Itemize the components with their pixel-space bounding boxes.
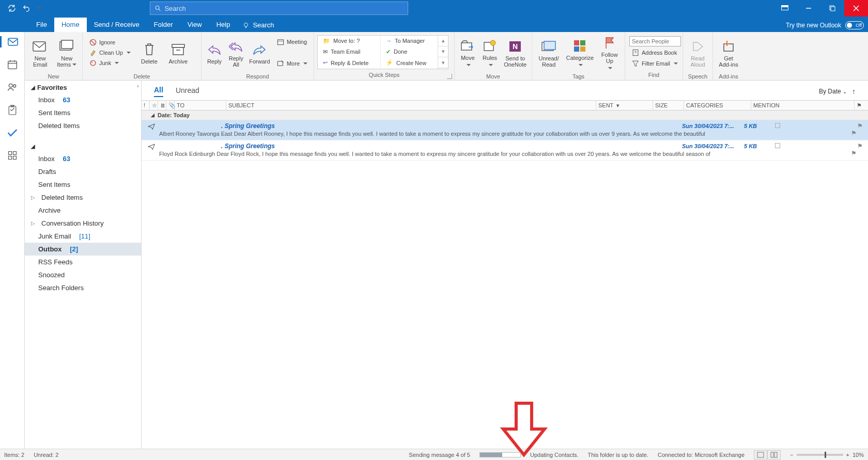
undo-icon[interactable] — [22, 4, 31, 13]
col-subject[interactable]: SUBJECT — [226, 101, 596, 110]
global-search-input[interactable] — [164, 5, 404, 12]
move-button[interactable]: Move — [458, 34, 478, 71]
view-reading-icon[interactable] — [767, 450, 781, 459]
close-button[interactable] — [844, 0, 868, 17]
col-mention[interactable]: MENTION — [751, 101, 855, 110]
message-row[interactable]: . Spring Greetings Sun 30/04/2023 7:... … — [142, 120, 868, 140]
fav-sent-items[interactable]: Sent Items — [25, 106, 141, 119]
tab-file[interactable]: File — [29, 18, 54, 32]
ribbon-display-options-icon[interactable] — [773, 0, 797, 17]
quick-steps-gallery[interactable]: 📁Move to: ? ✉Team Email ↩Reply & Delete … — [317, 35, 448, 69]
search-people-input[interactable] — [629, 36, 681, 46]
qs-done[interactable]: ✔Done — [381, 46, 438, 57]
zoom-in-icon[interactable]: + — [846, 452, 849, 458]
reply-button[interactable]: Reply — [205, 34, 224, 71]
rules-button[interactable]: Rules — [480, 34, 500, 71]
address-book-button[interactable]: Address Book — [629, 48, 681, 57]
row-flag-icon[interactable]: ⚑ — [851, 150, 857, 157]
categorize-button[interactable]: Categorize — [564, 34, 595, 71]
folder-deleted-items[interactable]: ▷Deleted Items — [25, 191, 141, 204]
respond-more-button[interactable]: More — [274, 59, 309, 68]
folder-sent-items[interactable]: Sent Items — [25, 178, 141, 191]
tab-send-receive[interactable]: Send / Receive — [87, 18, 147, 32]
minimize-button[interactable] — [797, 0, 820, 17]
col-icon[interactable]: 🗎 — [158, 101, 166, 110]
archive-button[interactable]: Archive — [165, 34, 192, 71]
send-to-onenote-button[interactable]: NSend to OneNote — [502, 34, 529, 71]
filter-all[interactable]: All — [154, 86, 163, 97]
filter-unread[interactable]: Unread — [176, 86, 199, 97]
col-importance[interactable]: ! — [142, 101, 150, 110]
col-flag[interactable]: ⚑ — [855, 101, 868, 110]
qs-scroll-down-icon[interactable]: ▾ — [438, 46, 448, 57]
folder-drafts[interactable]: Drafts — [25, 165, 141, 178]
sort-by-date[interactable]: By Date ⌄ — [819, 88, 847, 95]
message-row[interactable]: . Spring Greetings Sun 30/04/2023 7:... … — [142, 140, 868, 161]
qs-create-new[interactable]: ⚡Create New — [381, 57, 438, 68]
qat-customize-icon[interactable] — [36, 4, 41, 13]
col-sent[interactable]: SENT ▾ — [596, 101, 653, 110]
qs-move-to[interactable]: 📁Move to: ? — [318, 36, 380, 46]
junk-button[interactable]: Junk — [87, 58, 133, 68]
sort-direction-icon[interactable]: ↑ — [852, 87, 856, 96]
cleanup-button[interactable]: Clean Up — [87, 48, 133, 57]
global-search[interactable] — [150, 2, 408, 15]
unread-read-button[interactable]: Unread/ Read — [535, 34, 562, 71]
tab-home[interactable]: Home — [54, 18, 87, 32]
qs-reply-delete[interactable]: ↩Reply & Delete — [318, 57, 380, 68]
group-date-today[interactable]: ◢Date: Today — [142, 110, 868, 120]
filter-email-button[interactable]: Filter Email — [629, 59, 681, 68]
rail-mail-icon[interactable] — [0, 36, 24, 47]
rail-tasks-icon[interactable] — [7, 104, 18, 116]
folder-archive[interactable]: Archive — [25, 204, 141, 217]
folder-junk-email[interactable]: Junk Email [11] — [25, 230, 141, 243]
fav-inbox[interactable]: Inbox 63 — [25, 93, 141, 106]
qs-scroll-up-icon[interactable]: ▴ — [438, 36, 448, 46]
tab-help[interactable]: Help — [209, 18, 238, 32]
col-categories[interactable]: CATEGORIES — [684, 101, 751, 110]
rail-todo-icon[interactable] — [7, 127, 18, 138]
tab-view[interactable]: View — [180, 18, 209, 32]
qs-expand-icon[interactable]: ▾ — [438, 57, 448, 68]
meeting-button[interactable]: Meeting — [274, 37, 309, 46]
ignore-button[interactable]: Ignore — [87, 38, 133, 47]
followup-button[interactable]: Follow Up — [597, 34, 622, 71]
forward-button[interactable]: Forward — [248, 34, 271, 71]
favorites-header[interactable]: ◢Favorites — [25, 81, 141, 93]
reply-all-button[interactable]: Reply All — [226, 34, 246, 71]
get-addins-button[interactable]: Get Add-ins — [716, 34, 741, 71]
account-header[interactable]: ◢acct — [25, 139, 141, 152]
row-flag-icon[interactable]: ⚑ — [851, 130, 857, 137]
fav-deleted-items[interactable]: Deleted Items — [25, 119, 141, 132]
col-to[interactable]: TO — [175, 101, 226, 110]
qs-team-email[interactable]: ✉Team Email — [318, 46, 380, 57]
folder-conversation-history[interactable]: ▷Conversation History — [25, 217, 141, 230]
rail-calendar-icon[interactable] — [7, 59, 18, 70]
new-items-button[interactable]: New Items — [55, 34, 80, 71]
col-reminder[interactable]: ☆ — [150, 101, 158, 110]
folder-snoozed[interactable]: Snoozed — [25, 268, 141, 281]
flag-icon[interactable]: ⚑ — [842, 122, 863, 130]
delete-button[interactable]: Delete — [136, 34, 163, 71]
rail-people-icon[interactable] — [7, 82, 18, 93]
folder-outbox[interactable]: Outbox [2] — [25, 243, 141, 256]
folder-inbox[interactable]: Inbox 63 — [25, 152, 141, 165]
zoom-slider[interactable] — [797, 454, 843, 456]
qs-to-manager[interactable]: →To Manager — [381, 36, 438, 46]
try-new-outlook-toggle[interactable]: Off — [845, 21, 864, 29]
new-email-button[interactable]: New Email — [28, 34, 53, 71]
view-normal-icon[interactable] — [754, 450, 767, 459]
tab-folder[interactable]: Folder — [147, 18, 180, 32]
tab-search[interactable]: Search — [237, 18, 279, 32]
rail-more-apps-icon[interactable] — [7, 150, 18, 161]
folder-rss-feeds[interactable]: RSS Feeds — [25, 256, 141, 268]
flag-icon[interactable]: ⚑ — [842, 142, 863, 150]
sendreceive-all-icon[interactable] — [7, 4, 17, 13]
collapse-folder-pane-icon[interactable]: ‹ — [137, 83, 139, 89]
maximize-button[interactable] — [820, 0, 844, 17]
col-attachment[interactable]: 📎 — [166, 101, 175, 110]
quicksteps-dialog-launcher[interactable] — [447, 74, 452, 79]
zoom-out-icon[interactable]: − — [790, 452, 793, 458]
col-size[interactable]: SIZE — [653, 101, 684, 110]
folder-search-folders[interactable]: Search Folders — [25, 281, 141, 294]
